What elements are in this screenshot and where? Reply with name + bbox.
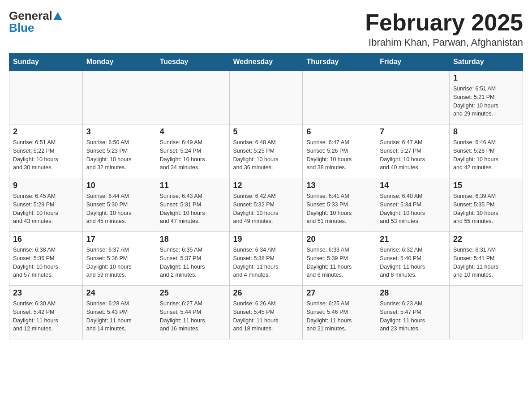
day-number: 10 [86,181,152,190]
day-number: 23 [13,288,79,298]
day-info: Sunrise: 6:51 AM Sunset: 5:21 PM Dayligh… [453,85,519,118]
calendar-day-cell: 11Sunrise: 6:43 AM Sunset: 5:31 PM Dayli… [156,178,229,232]
calendar-table: Sunday Monday Tuesday Wednesday Thursday… [9,53,523,339]
calendar-day-cell [229,71,303,124]
col-saturday: Saturday [450,53,523,71]
calendar-day-cell: 2Sunrise: 6:51 AM Sunset: 5:22 PM Daylig… [9,124,83,178]
day-info: Sunrise: 6:47 AM Sunset: 5:27 PM Dayligh… [380,138,446,172]
day-number: 5 [233,127,299,137]
day-info: Sunrise: 6:44 AM Sunset: 5:30 PM Dayligh… [86,192,152,226]
day-info: Sunrise: 6:49 AM Sunset: 5:24 PM Dayligh… [160,138,226,172]
day-number: 4 [160,127,226,137]
day-number: 9 [13,181,79,190]
calendar-day-cell: 24Sunrise: 6:28 AM Sunset: 5:43 PM Dayli… [82,286,156,339]
day-info: Sunrise: 6:33 AM Sunset: 5:39 PM Dayligh… [306,246,372,279]
day-info: Sunrise: 6:25 AM Sunset: 5:46 PM Dayligh… [306,300,372,333]
page-header: General Blue February 2025 Ibrahim Khan,… [9,9,523,48]
calendar-week-row: 1Sunrise: 6:51 AM Sunset: 5:21 PM Daylig… [9,71,523,124]
day-number: 28 [380,288,446,298]
day-info: Sunrise: 6:38 AM Sunset: 5:36 PM Dayligh… [13,246,79,279]
day-number: 21 [380,235,446,244]
day-info: Sunrise: 6:23 AM Sunset: 5:47 PM Dayligh… [380,300,446,333]
col-sunday: Sunday [9,53,83,71]
day-info: Sunrise: 6:43 AM Sunset: 5:31 PM Dayligh… [160,192,226,226]
day-number: 12 [233,181,299,190]
day-info: Sunrise: 6:32 AM Sunset: 5:40 PM Dayligh… [380,246,446,279]
day-info: Sunrise: 6:31 AM Sunset: 5:41 PM Dayligh… [453,246,519,279]
day-number: 27 [306,288,372,298]
day-info: Sunrise: 6:39 AM Sunset: 5:35 PM Dayligh… [453,192,519,226]
day-info: Sunrise: 6:42 AM Sunset: 5:32 PM Dayligh… [233,192,299,226]
day-number: 25 [160,288,226,298]
calendar-day-cell: 4Sunrise: 6:49 AM Sunset: 5:24 PM Daylig… [156,124,229,178]
day-info: Sunrise: 6:48 AM Sunset: 5:25 PM Dayligh… [233,138,299,172]
calendar-week-row: 2Sunrise: 6:51 AM Sunset: 5:22 PM Daylig… [9,124,523,178]
title-area: February 2025 Ibrahim Khan, Parwan, Afgh… [365,9,523,48]
calendar-day-cell: 14Sunrise: 6:40 AM Sunset: 5:34 PM Dayli… [376,178,450,232]
day-number: 16 [13,235,79,244]
calendar-week-row: 16Sunrise: 6:38 AM Sunset: 5:36 PM Dayli… [9,232,523,286]
month-title: February 2025 [365,9,523,36]
calendar-day-cell: 21Sunrise: 6:32 AM Sunset: 5:40 PM Dayli… [376,232,450,286]
calendar-day-cell: 8Sunrise: 6:46 AM Sunset: 5:28 PM Daylig… [450,124,523,178]
day-number: 8 [453,127,519,137]
day-number: 2 [13,127,79,137]
col-friday: Friday [376,53,450,71]
day-info: Sunrise: 6:51 AM Sunset: 5:22 PM Dayligh… [13,138,79,172]
day-number: 17 [86,235,152,244]
calendar-day-cell: 3Sunrise: 6:50 AM Sunset: 5:23 PM Daylig… [82,124,156,178]
calendar-day-cell [9,71,83,124]
calendar-day-cell: 26Sunrise: 6:26 AM Sunset: 5:45 PM Dayli… [229,286,303,339]
calendar-day-cell: 6Sunrise: 6:47 AM Sunset: 5:26 PM Daylig… [303,124,376,178]
calendar-day-cell: 17Sunrise: 6:37 AM Sunset: 5:36 PM Dayli… [82,232,156,286]
day-number: 24 [86,288,152,298]
calendar-day-cell: 1Sunrise: 6:51 AM Sunset: 5:21 PM Daylig… [450,71,523,124]
day-info: Sunrise: 6:46 AM Sunset: 5:28 PM Dayligh… [453,138,519,172]
day-info: Sunrise: 6:28 AM Sunset: 5:43 PM Dayligh… [86,300,152,333]
calendar-day-cell: 15Sunrise: 6:39 AM Sunset: 5:35 PM Dayli… [450,178,523,232]
logo: General Blue [9,9,62,35]
col-thursday: Thursday [303,53,376,71]
calendar-day-cell: 5Sunrise: 6:48 AM Sunset: 5:25 PM Daylig… [229,124,303,178]
calendar-body: 1Sunrise: 6:51 AM Sunset: 5:21 PM Daylig… [9,71,523,339]
day-number: 7 [380,127,446,137]
calendar-day-cell: 25Sunrise: 6:27 AM Sunset: 5:44 PM Dayli… [156,286,229,339]
calendar-day-cell: 19Sunrise: 6:34 AM Sunset: 5:38 PM Dayli… [229,232,303,286]
calendar-header: Sunday Monday Tuesday Wednesday Thursday… [9,53,523,71]
day-number: 22 [453,235,519,244]
day-number: 14 [380,181,446,190]
day-number: 26 [233,288,299,298]
day-number: 1 [453,73,519,83]
logo-blue-text: Blue [9,21,34,35]
calendar-day-cell: 27Sunrise: 6:25 AM Sunset: 5:46 PM Dayli… [303,286,376,339]
calendar-day-cell [450,286,523,339]
calendar-day-cell [156,71,229,124]
day-number: 20 [306,235,372,244]
calendar-week-row: 23Sunrise: 6:30 AM Sunset: 5:42 PM Dayli… [9,286,523,339]
calendar-day-cell: 18Sunrise: 6:35 AM Sunset: 5:37 PM Dayli… [156,232,229,286]
day-number: 11 [160,181,226,190]
day-info: Sunrise: 6:50 AM Sunset: 5:23 PM Dayligh… [86,138,152,172]
col-tuesday: Tuesday [156,53,229,71]
day-info: Sunrise: 6:27 AM Sunset: 5:44 PM Dayligh… [160,300,226,333]
calendar-day-cell: 16Sunrise: 6:38 AM Sunset: 5:36 PM Dayli… [9,232,83,286]
day-info: Sunrise: 6:34 AM Sunset: 5:38 PM Dayligh… [233,246,299,279]
calendar-day-cell [82,71,156,124]
day-number: 15 [453,181,519,190]
calendar-day-cell: 28Sunrise: 6:23 AM Sunset: 5:47 PM Dayli… [376,286,450,339]
calendar-day-cell: 22Sunrise: 6:31 AM Sunset: 5:41 PM Dayli… [450,232,523,286]
day-info: Sunrise: 6:45 AM Sunset: 5:29 PM Dayligh… [13,192,79,226]
header-row: Sunday Monday Tuesday Wednesday Thursday… [9,53,523,71]
calendar-day-cell [376,71,450,124]
location-title: Ibrahim Khan, Parwan, Afghanistan [365,37,523,48]
logo-triangle-icon [53,12,62,20]
calendar-day-cell: 10Sunrise: 6:44 AM Sunset: 5:30 PM Dayli… [82,178,156,232]
day-number: 19 [233,235,299,244]
calendar-day-cell: 20Sunrise: 6:33 AM Sunset: 5:39 PM Dayli… [303,232,376,286]
calendar-day-cell [303,71,376,124]
day-info: Sunrise: 6:41 AM Sunset: 5:33 PM Dayligh… [306,192,372,226]
day-number: 18 [160,235,226,244]
calendar-day-cell: 13Sunrise: 6:41 AM Sunset: 5:33 PM Dayli… [303,178,376,232]
calendar-day-cell: 9Sunrise: 6:45 AM Sunset: 5:29 PM Daylig… [9,178,83,232]
day-info: Sunrise: 6:47 AM Sunset: 5:26 PM Dayligh… [306,138,372,172]
